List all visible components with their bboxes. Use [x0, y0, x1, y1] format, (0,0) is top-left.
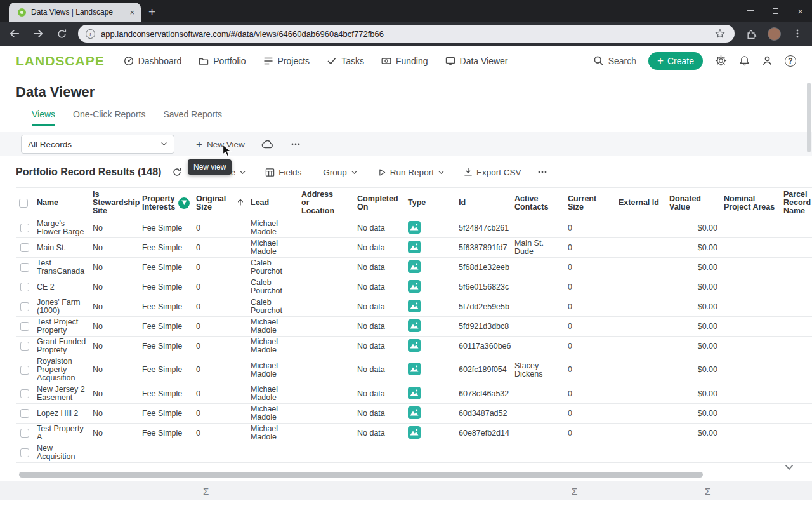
back-icon[interactable] [8, 27, 22, 41]
row-select-cell [16, 443, 34, 463]
view-select-dropdown[interactable]: All Records [21, 135, 174, 154]
table-row[interactable]: New Acquisition [16, 443, 812, 463]
column-header-current-size[interactable]: Current Size [565, 188, 615, 218]
cell-donated-value [666, 443, 721, 463]
nav-item-funding[interactable]: Funding [381, 56, 428, 66]
extensions-icon[interactable] [744, 27, 758, 41]
cell-donated-value: $0.00 [666, 218, 721, 238]
table-row[interactable]: Test TransCanadaNoFee Simple0Caleb Pourc… [16, 258, 812, 277]
row-checkbox[interactable] [20, 389, 29, 398]
refresh-icon[interactable] [172, 167, 182, 177]
cloud-sync-icon[interactable] [261, 139, 274, 149]
column-header-address-or-location[interactable]: Address or Location [298, 188, 354, 218]
tab-close-icon[interactable]: × [129, 8, 134, 17]
table-row[interactable]: Marge's Flower BargeNoFee Simple0Michael… [16, 218, 812, 238]
table-row[interactable]: Jones' Farm (1000)NoFee Simple0Caleb Pou… [16, 297, 812, 317]
site-info-icon[interactable]: i [86, 29, 95, 39]
column-header-original-size[interactable]: Original Size [193, 188, 247, 218]
more-options-icon[interactable] [537, 167, 547, 177]
row-checkbox[interactable] [20, 283, 29, 291]
column-header-property-interests[interactable]: Property Interests [139, 188, 193, 218]
record-type-icon [408, 319, 421, 332]
scroll-down-chevron-icon[interactable] [783, 462, 795, 476]
row-checkbox[interactable] [20, 409, 29, 418]
create-button[interactable]: + Create [648, 52, 703, 70]
table-row[interactable]: Test Project PropertyNoFee Simple0Michae… [16, 317, 812, 337]
row-checkbox[interactable] [20, 366, 29, 375]
row-checkbox[interactable] [20, 243, 29, 252]
cell-name: Test Project Property [34, 317, 89, 337]
window-maximize-button[interactable] [773, 8, 778, 14]
column-header-parcel-record-name[interactable]: Parcel Record Name [780, 188, 812, 218]
column-header-name[interactable]: Name [34, 188, 89, 218]
nav-item-dashboard[interactable]: Dashboard [124, 56, 182, 66]
table-row[interactable]: Grant Funded PropretyNoFee Simple0Michae… [16, 337, 812, 356]
fields-button[interactable]: Fields [265, 168, 301, 177]
sort-ascending-icon[interactable] [237, 198, 244, 208]
browser-tab[interactable]: Data Views | Landscape × [9, 3, 141, 22]
table-row[interactable]: Main St.NoFee Simple0Michael MadoleNo da… [16, 238, 812, 258]
bookmark-star-icon[interactable] [713, 27, 727, 41]
nav-label: Portfolio [213, 56, 246, 66]
cell-id: 5f6387891fd7 [455, 238, 511, 258]
create-label: Create [667, 56, 694, 66]
forward-icon[interactable] [31, 27, 45, 41]
tab-saved-reports[interactable]: Saved Reports [163, 109, 222, 126]
nav-item-portfolio[interactable]: Portfolio [199, 56, 246, 66]
group-menu[interactable]: Group [323, 168, 358, 177]
column-header-nominal-project-areas[interactable]: Nominal Project Areas [721, 188, 780, 218]
row-checkbox[interactable] [20, 224, 29, 232]
new-tab-button[interactable]: + [148, 6, 155, 18]
more-options-icon[interactable] [291, 139, 301, 149]
filter-icon[interactable] [178, 197, 190, 209]
nav-item-data-viewer[interactable]: Data Viewer [445, 56, 508, 66]
table-row[interactable]: New Jersey 2 EasementNoFee Simple0Michae… [16, 384, 812, 404]
nav-item-tasks[interactable]: Tasks [327, 56, 364, 66]
row-checkbox[interactable] [20, 429, 29, 438]
select-all-checkbox[interactable] [19, 199, 28, 208]
row-checkbox[interactable] [20, 302, 29, 311]
window-close-button[interactable]: × [797, 6, 803, 16]
sum-donated-value[interactable]: Σ [705, 486, 710, 497]
browser-profile-avatar[interactable] [768, 27, 781, 41]
search-button[interactable]: Search [593, 55, 636, 66]
sum-current-size[interactable]: Σ [572, 486, 577, 497]
column-header-completed-on[interactable]: Completed On [354, 188, 405, 218]
column-header-lead[interactable]: Lead [247, 188, 298, 218]
nav-item-projects[interactable]: Projects [263, 56, 310, 66]
column-header-id[interactable]: Id [455, 188, 511, 218]
vertical-scrollbar-thumb[interactable] [807, 83, 811, 152]
table-row[interactable]: Lopez Hill 2NoFee Simple0Michael MadoleN… [16, 404, 812, 424]
row-checkbox[interactable] [20, 448, 29, 457]
browser-menu-icon[interactable] [790, 27, 804, 41]
notifications-bell-icon[interactable] [739, 55, 750, 66]
row-checkbox[interactable] [20, 342, 29, 351]
run-report-menu[interactable]: Run Report [378, 168, 445, 177]
export-csv-button[interactable]: Export CSV [464, 168, 521, 177]
horizontal-scrollbar-thumb[interactable] [19, 472, 703, 478]
column-header-external-id[interactable]: External Id [615, 188, 666, 218]
window-minimize-button[interactable] [747, 10, 754, 11]
help-icon[interactable]: ? [785, 55, 796, 67]
column-header-type[interactable]: Type [405, 188, 455, 218]
landscape-logo[interactable]: LANDSCAPE [16, 53, 105, 69]
tab-views[interactable]: Views [32, 109, 55, 126]
settings-gear-icon[interactable] [715, 55, 727, 67]
tab-one-click-reports[interactable]: One-Click Reports [73, 109, 145, 126]
table-row[interactable]: Test Property ANoFee Simple0Michael Mado… [16, 424, 812, 443]
table-row[interactable]: Royalston Property AcquisitionNoFee Simp… [16, 356, 812, 384]
reload-icon[interactable] [55, 27, 69, 41]
sum-original-size[interactable]: Σ [203, 486, 209, 497]
row-checkbox[interactable] [20, 322, 29, 331]
cell-type [405, 277, 455, 297]
table-row[interactable]: CE 2NoFee Simple0Caleb PourchotNo data5f… [16, 277, 812, 297]
cell-external-id [615, 297, 666, 317]
user-profile-icon[interactable] [762, 55, 773, 66]
new-view-button[interactable]: + New View [196, 139, 245, 150]
play-icon [378, 168, 386, 177]
url-bar[interactable]: i app.landconservationsoftware.com/#/dat… [78, 25, 735, 43]
column-header-is-stewardship-site[interactable]: Is Stewardship Site [89, 188, 139, 218]
row-checkbox[interactable] [20, 263, 29, 272]
column-header-active-contacts[interactable]: Active Contacts [511, 188, 565, 218]
column-header-donated-value[interactable]: Donated Value [666, 188, 721, 218]
